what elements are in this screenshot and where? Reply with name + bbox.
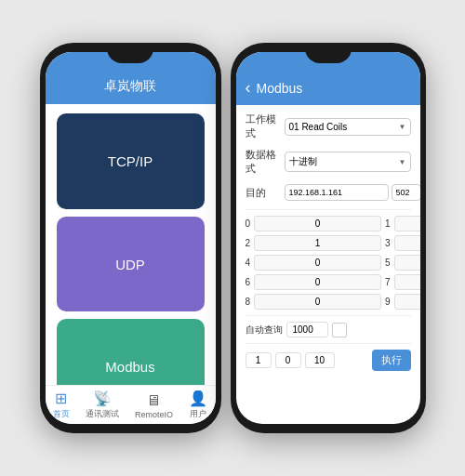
data-grid: 0 1 2 3 4 5 xyxy=(246,216,411,310)
work-mode-row: 工作模式 01 Read Coils ▼ xyxy=(246,112,411,140)
grid-idx-4: 4 xyxy=(246,255,251,271)
back-icon[interactable]: ‹ xyxy=(246,78,251,98)
divider-1 xyxy=(246,209,411,210)
work-mode-arrow: ▼ xyxy=(399,123,406,131)
comm-icon: 📡 xyxy=(93,391,112,406)
nav-comm[interactable]: 📡 通讯测试 xyxy=(86,391,119,420)
app-title: 卓岚物联 xyxy=(104,78,156,93)
work-mode-value: 01 Read Coils xyxy=(289,122,348,132)
left-menu: TCP/IP UDP Modbus xyxy=(46,104,216,424)
grid-idx-8: 8 xyxy=(246,294,251,310)
nav-home[interactable]: ⊞ 首页 xyxy=(53,391,70,420)
nav-user-label: 用户 xyxy=(190,408,206,420)
grid-idx-7: 7 xyxy=(385,274,391,290)
grid-val-8[interactable] xyxy=(254,294,381,310)
home-icon: ⊞ xyxy=(55,391,67,406)
grid-val-9[interactable] xyxy=(394,294,420,310)
grid-val-0[interactable] xyxy=(254,216,381,231)
exec-input-1[interactable] xyxy=(246,352,272,368)
right-phone: ‹ Modbus 工作模式 01 Read Coils ▼ 数据格式 xyxy=(231,43,426,433)
nav-remote[interactable]: 🖥 RemoteIO xyxy=(135,393,173,419)
ip-input[interactable] xyxy=(285,184,389,201)
work-mode-label: 工作模式 xyxy=(246,112,281,140)
grid-idx-6: 6 xyxy=(246,274,251,290)
work-mode-select[interactable]: 01 Read Coils ▼ xyxy=(285,118,411,136)
nav-remote-label: RemoteIO xyxy=(135,410,173,419)
data-format-arrow: ▼ xyxy=(399,158,406,166)
right-screen: ‹ Modbus 工作模式 01 Read Coils ▼ 数据格式 xyxy=(236,52,420,424)
remote-icon: 🖥 xyxy=(146,393,161,408)
data-format-label: 数据格式 xyxy=(246,148,281,176)
right-content: 工作模式 01 Read Coils ▼ 数据格式 十进制 ▼ xyxy=(236,105,420,424)
notch-left xyxy=(107,43,153,63)
execute-row: 执行 xyxy=(246,343,411,371)
udp-label: UDP xyxy=(115,257,145,272)
left-navbar: ⊞ 首页 📡 通讯测试 🖥 RemoteIO 👤 用户 xyxy=(46,385,216,424)
port-input[interactable] xyxy=(392,184,420,201)
notch-right xyxy=(305,43,352,63)
right-title: Modbus xyxy=(257,81,303,96)
grid-idx-3: 3 xyxy=(385,235,391,251)
dest-label: 目的 xyxy=(246,186,281,200)
grid-val-3[interactable] xyxy=(394,235,420,251)
nav-comm-label: 通讯测试 xyxy=(86,408,119,420)
modbus-label: Modbus xyxy=(105,359,154,375)
ip-row: 关闭 xyxy=(285,183,420,202)
data-format-row: 数据格式 十进制 ▼ xyxy=(246,148,411,176)
nav-home-label: 首页 xyxy=(53,408,70,420)
grid-val-5[interactable] xyxy=(394,255,420,271)
grid-val-2[interactable] xyxy=(254,235,381,251)
user-icon: 👤 xyxy=(189,391,207,406)
auto-query-label: 自动查询 xyxy=(246,324,283,337)
auto-query-input[interactable] xyxy=(286,322,328,337)
left-phone: 卓岚物联 TCP/IP UDP Modbus ⊞ 首页 xyxy=(40,43,221,433)
execute-button[interactable]: 执行 xyxy=(372,350,411,371)
exec-input-3[interactable] xyxy=(305,352,335,368)
left-screen: 卓岚物联 TCP/IP UDP Modbus ⊞ 首页 xyxy=(46,52,216,424)
auto-query-row: 自动查询 xyxy=(246,322,411,337)
dest-row: 目的 关闭 xyxy=(246,183,411,202)
auto-query-checkbox[interactable] xyxy=(332,323,347,337)
grid-val-6[interactable] xyxy=(254,274,381,290)
exec-input-2[interactable] xyxy=(275,352,301,368)
tcp-label: TCP/IP xyxy=(108,153,153,169)
grid-idx-5: 5 xyxy=(385,255,391,271)
nav-user[interactable]: 👤 用户 xyxy=(189,391,207,420)
menu-item-tcp[interactable]: TCP/IP xyxy=(57,113,205,209)
grid-idx-1: 1 xyxy=(385,216,391,231)
grid-idx-9: 9 xyxy=(385,294,391,310)
divider-2 xyxy=(246,315,411,316)
data-format-select[interactable]: 十进制 ▼ xyxy=(285,152,411,172)
grid-idx-2: 2 xyxy=(246,235,251,251)
grid-val-7[interactable] xyxy=(394,274,420,290)
menu-item-udp[interactable]: UDP xyxy=(57,217,205,312)
grid-idx-0: 0 xyxy=(246,216,251,231)
grid-val-4[interactable] xyxy=(254,255,381,271)
data-format-value: 十进制 xyxy=(289,155,317,168)
grid-val-1[interactable] xyxy=(394,216,420,231)
